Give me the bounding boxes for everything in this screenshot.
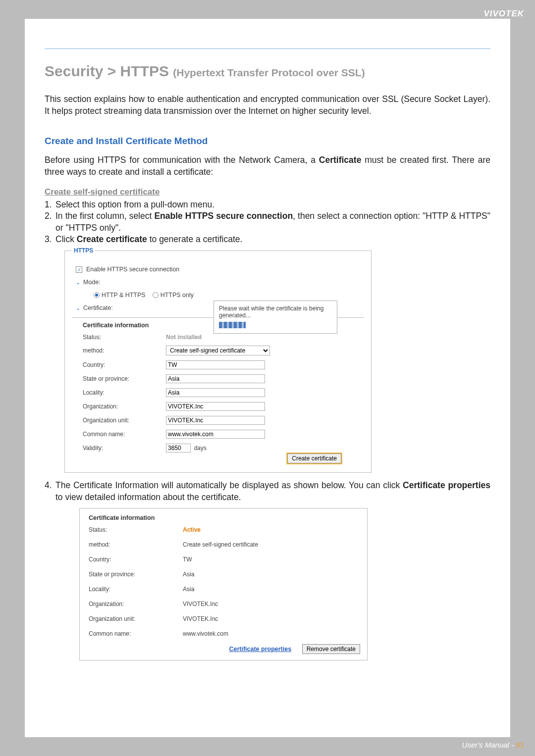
validity-label: Validity:	[83, 445, 166, 452]
method-label: method:	[83, 347, 166, 354]
validity-unit: days	[194, 445, 207, 452]
validity-input[interactable]	[166, 444, 191, 453]
page-card: Security > HTTPS (Hypertext Transfer Pro…	[25, 19, 510, 737]
step-heading: Create self-signed certificate	[45, 187, 490, 197]
https-legend: HTTPS	[72, 247, 95, 254]
cert-info-header-2: Certificate information	[87, 513, 360, 526]
status-label: Status:	[83, 334, 166, 341]
org-label: Organization:	[83, 403, 166, 410]
orgu-input[interactable]	[166, 416, 265, 425]
orgu-value: VIVOTEK.Inc	[183, 615, 360, 622]
org-input[interactable]	[166, 402, 265, 411]
state-value: Asia	[183, 571, 360, 578]
steps-list-2: 4.The Certificate Information will autom…	[45, 480, 490, 503]
method-select[interactable]: Create self-signed certificate	[166, 346, 270, 355]
steps-list: 1.Select this option from a pull-down me…	[45, 199, 490, 246]
certificate-properties-link[interactable]: Certificate properties	[229, 646, 291, 653]
progress-bar	[219, 322, 246, 328]
footer-text: User's Manual -	[462, 741, 516, 749]
cert-info-table: Status: Not installed method: Create sel…	[72, 331, 364, 453]
state-label: State or province:	[89, 571, 183, 578]
section-heading: Create and Install Certificate Method	[45, 136, 490, 147]
locality-input[interactable]	[166, 388, 265, 397]
cert-info-table-2: Status: Active method: Create self-signe…	[87, 526, 360, 637]
mode-radio-https-only[interactable]	[153, 292, 159, 298]
section-body-bold: Certificate	[319, 155, 362, 165]
state-label: State or province:	[83, 375, 166, 382]
step-4: The Certificate Information will automat…	[55, 480, 490, 503]
title-sub: (Hypertext Transfer Protocol over SSL)	[173, 67, 365, 78]
step-3: Click Create certificate to generate a c…	[55, 234, 490, 246]
org-value: VIVOTEK.Inc	[183, 601, 360, 607]
country-label: Country:	[83, 361, 166, 368]
mode-opt1: HTTP & HTTPS	[102, 292, 146, 299]
method-value: Create self-signed certificate	[183, 541, 360, 548]
top-rule	[45, 49, 490, 49]
cert-info-result-panel: Certificate information Status: Active m…	[79, 508, 368, 660]
orgu-label: Organization unit:	[89, 615, 183, 622]
state-input[interactable]	[166, 374, 265, 383]
certificate-label: Certificate:	[83, 304, 113, 311]
enable-https-label: Enable HTTPS secure connection	[86, 266, 179, 273]
country-value: TW	[183, 556, 360, 563]
cn-label: Common name:	[83, 431, 166, 438]
remove-certificate-button[interactable]: Remove certificate	[302, 644, 360, 654]
mode-label: Mode:	[83, 279, 101, 286]
cn-label: Common name:	[89, 630, 183, 637]
section-body: Before using HTTPS for communication wit…	[45, 154, 490, 178]
create-certificate-button[interactable]: Create certificate	[287, 454, 341, 463]
popup-text: Please wait while the certificate is bei…	[219, 305, 332, 319]
status-value-active: Active	[183, 526, 360, 533]
title-main: Security > HTTPS	[45, 63, 173, 79]
mode-opt2: HTTPS only	[160, 292, 194, 299]
cn-value: www.vivotek.com	[183, 630, 360, 637]
mode-radio-http-https[interactable]	[94, 292, 100, 298]
enable-https-checkbox[interactable]: ✓	[76, 266, 82, 273]
page-title: Security > HTTPS (Hypertext Transfer Pro…	[45, 63, 490, 80]
cn-input[interactable]	[166, 430, 265, 439]
step-2: In the first column, select Enable HTTPS…	[55, 210, 490, 234]
chevron-down-icon[interactable]: ⌄	[76, 279, 80, 286]
locality-value: Asia	[183, 586, 360, 593]
country-input[interactable]	[166, 360, 265, 369]
org-label: Organization:	[89, 601, 183, 607]
status-value: Not installed	[166, 334, 364, 341]
orgu-label: Organization unit:	[83, 417, 166, 424]
section-body-pre: Before using HTTPS for communication wit…	[45, 155, 319, 165]
status-label: Status:	[89, 526, 183, 533]
generating-popup: Please wait while the certificate is bei…	[214, 301, 337, 334]
step-1: Select this option from a pull-down menu…	[55, 199, 490, 211]
method-label: method:	[89, 541, 183, 548]
https-config-panel: HTTPS ✓ Enable HTTPS secure connection ⌄…	[64, 251, 372, 473]
brand-label: VIVOTEK	[483, 9, 524, 19]
locality-label: Locality:	[83, 389, 166, 396]
footer: User's Manual - 91	[462, 741, 524, 749]
footer-page: 91	[516, 741, 524, 749]
locality-label: Locality:	[89, 586, 183, 593]
intro-paragraph: This section explains how to enable auth…	[45, 94, 490, 117]
chevron-down-icon[interactable]: ⌄	[76, 305, 80, 311]
country-label: Country:	[89, 556, 183, 563]
